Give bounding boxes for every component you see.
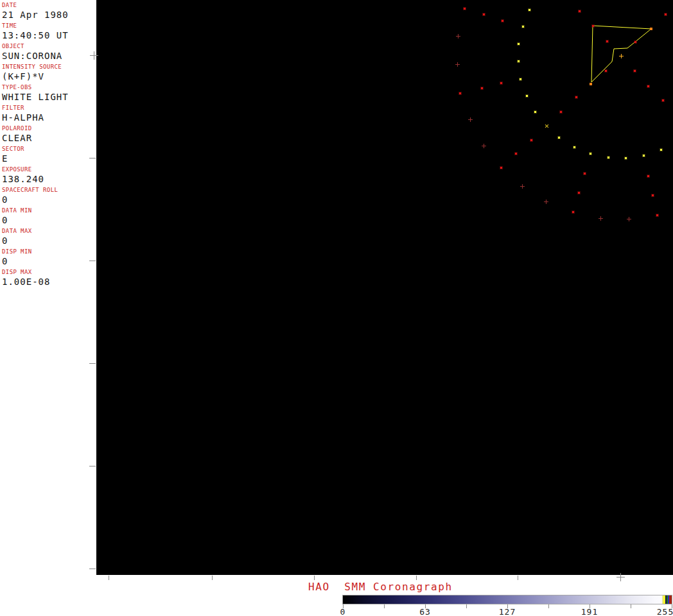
- faint-cross-marker: [468, 117, 473, 122]
- colorbar-tick-label: 0: [340, 607, 346, 616]
- field-value: 0: [2, 255, 32, 267]
- field-label: SPACECRAFT ROLL: [2, 187, 58, 194]
- star-marker-yellow: [522, 26, 524, 28]
- metadata-field-spacecraft-roll: SPACECRAFT ROLL0: [2, 187, 58, 205]
- colorbar-tick-label: 127: [499, 607, 516, 616]
- field-label: DATE: [2, 2, 69, 9]
- field-value: 1.00E-08: [2, 276, 50, 287]
- field-value: WHITE LIGHT: [2, 91, 69, 103]
- faint-cross-marker: [544, 200, 548, 204]
- star-marker-red: [459, 92, 461, 94]
- star-marker-red: [530, 139, 532, 141]
- star-marker-red: [502, 20, 503, 22]
- field-value: 21 Apr 1980: [2, 9, 69, 21]
- field-value: 0: [2, 235, 32, 246]
- field-value: E: [2, 153, 24, 164]
- field-label: INTENSITY SOURCE: [2, 64, 62, 71]
- star-marker-yellow: [643, 155, 645, 157]
- star-marker-red: [560, 111, 562, 113]
- metadata-field-type-obs: TYPE-OBSWHITE LIGHT: [2, 84, 69, 103]
- faint-cross-marker: [520, 184, 525, 189]
- colorbar-tick: [466, 604, 467, 608]
- star-marker-red: [652, 194, 654, 196]
- star-marker-yellow: [526, 95, 528, 97]
- metadata-field-time: TIME13:40:50 UT: [2, 22, 69, 41]
- star-marker-yellow: [625, 157, 627, 159]
- metadata-panel: DATE21 Apr 1980TIME13:40:50 UTOBJECTSUN:…: [0, 0, 96, 575]
- star-marker-yellow: [518, 60, 520, 62]
- star-marker-red: [579, 10, 581, 12]
- metadata-field-exposure: EXPOSURE138.240: [2, 166, 44, 185]
- left-axis-tick: [89, 363, 96, 364]
- star-marker-red: [662, 99, 664, 101]
- faint-cross-marker: [456, 34, 460, 38]
- coronagraph-viewer-window: DATE21 Apr 1980TIME13:40:50 UTOBJECTSUN:…: [0, 0, 673, 616]
- faint-cross-marker: [482, 144, 486, 148]
- field-label: SECTOR: [2, 146, 24, 153]
- colorbar-tick: [631, 604, 631, 608]
- star-marker-yellow: [518, 43, 520, 45]
- bottom-axis-tick: [416, 576, 417, 580]
- vertex-dot-marker: [650, 28, 652, 30]
- field-label: FILTER: [2, 105, 44, 112]
- star-marker-red: [634, 70, 636, 72]
- star-marker-red: [483, 13, 485, 15]
- field-value: (K+F)*V: [2, 71, 62, 82]
- star-marker-yellow: [529, 9, 530, 11]
- star-marker-red: [647, 85, 649, 87]
- region-polygon-overlay: [96, 0, 673, 575]
- star-marker-red: [606, 40, 608, 42]
- star-marker-red: [665, 13, 667, 15]
- metadata-field-disp-min: DISP MIN0: [2, 248, 32, 267]
- left-axis-tick: [89, 466, 96, 466]
- star-marker-red: [592, 25, 594, 27]
- colorbar-tick: [548, 604, 549, 608]
- field-label: POLAROID: [2, 125, 32, 132]
- star-marker-yellow: [573, 146, 575, 148]
- left-axis-tick: [89, 569, 96, 569]
- footer-title: HAO SMM Coronagraph: [308, 581, 453, 593]
- field-label: OBJECT: [2, 43, 62, 50]
- left-plus-marker: [90, 51, 98, 60]
- star-marker-red: [656, 214, 658, 216]
- colorbar-tick-label: 63: [419, 607, 431, 616]
- star-marker-red: [605, 70, 607, 72]
- vertex-dot-marker: [590, 83, 592, 85]
- colorbar-tick-label: 191: [581, 607, 598, 616]
- star-marker-red: [578, 192, 580, 194]
- star-marker-red: [464, 8, 466, 10]
- metadata-field-data-max: DATA MAX0: [2, 228, 32, 246]
- bottom-axis-tick: [314, 576, 315, 580]
- star-marker-red: [481, 87, 483, 89]
- star-marker-yellow: [534, 111, 536, 113]
- field-label: DISP MAX: [2, 269, 50, 276]
- metadata-field-sector: SECTORE: [2, 146, 24, 164]
- colorbar-tick-label: 255: [657, 607, 673, 616]
- field-value: CLEAR: [2, 132, 32, 144]
- faint-cross-marker: [627, 217, 631, 221]
- field-label: EXPOSURE: [2, 166, 44, 173]
- star-marker-red: [500, 82, 502, 84]
- metadata-field-disp-max: DISP MAX1.00E-08: [2, 269, 50, 287]
- star-marker-red: [575, 96, 577, 98]
- field-label: DATA MIN: [2, 207, 32, 214]
- star-marker-red: [572, 211, 574, 213]
- metadata-field-polaroid: POLAROIDCLEAR: [2, 125, 32, 144]
- field-value: 0: [2, 194, 58, 205]
- faint-cross-marker: [455, 62, 460, 67]
- star-marker-yellow: [590, 153, 591, 155]
- colorbar-end-stripe: [669, 595, 672, 604]
- star-marker-red: [584, 173, 586, 175]
- metadata-field-intensity-source: INTENSITY SOURCE(K+F)*V: [2, 64, 62, 82]
- star-marker-red: [500, 167, 502, 169]
- bottom-axis-tick: [109, 576, 109, 580]
- bottom-plus-marker: [616, 573, 625, 581]
- field-label: TYPE-OBS: [2, 84, 69, 91]
- star-marker-yellow: [558, 137, 560, 139]
- field-value: 138.240: [2, 173, 44, 185]
- field-label: DATA MAX: [2, 228, 32, 235]
- field-value: H-ALPHA: [2, 112, 44, 123]
- faint-cross-marker: [599, 216, 603, 221]
- metadata-field-data-min: DATA MIN0: [2, 207, 32, 226]
- metadata-field-date: DATE21 Apr 1980: [2, 2, 69, 21]
